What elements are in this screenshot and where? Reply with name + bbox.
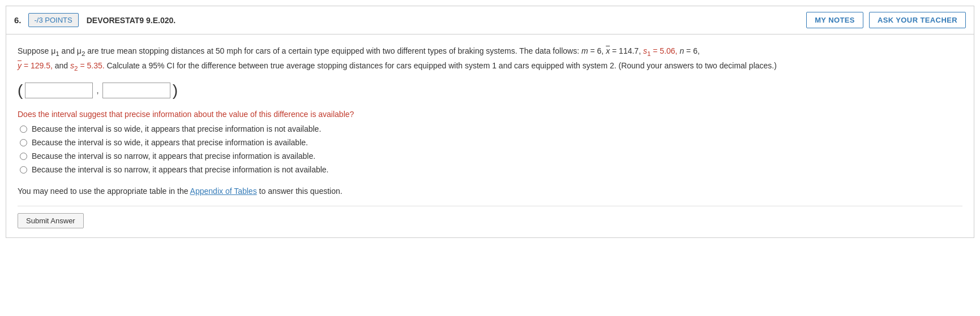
radio-options-group: Because the interval is so wide, it appe… [20,124,962,174]
question-content: Suppose μ1 and μ2 are true mean stopping… [6,34,974,237]
my-notes-button[interactable]: MY NOTES [806,12,863,28]
ci-input-row: ( , ) [18,83,962,98]
right-paren: ) [173,83,178,98]
radio-option-1[interactable]: Because the interval is so wide, it appe… [20,124,962,133]
radio-label-2: Because the interval is so wide, it appe… [32,138,308,147]
radio-label-1: Because the interval is so wide, it appe… [32,124,321,133]
appendix-text-before: You may need to use the appropriate tabl… [18,187,188,196]
divider [18,206,962,206]
question-number: 6. [14,15,22,25]
submit-button[interactable]: Submit Answer [18,213,84,228]
ci-comma: , [96,85,99,96]
ci-upper-input[interactable] [102,83,170,98]
radio-input-3[interactable] [20,153,27,160]
radio-input-4[interactable] [20,166,27,174]
appendix-link[interactable]: Appendix of Tables [190,187,257,196]
radio-option-4[interactable]: Because the interval is so narrow, it ap… [20,165,962,174]
radio-label-3: Because the interval is so narrow, it ap… [32,151,315,161]
header-actions: MY NOTES ASK YOUR TEACHER [806,12,966,28]
points-badge[interactable]: -/3 POINTS [28,13,79,27]
interval-question-label: Does the interval suggest that precise i… [18,110,962,119]
question-header: 6. -/3 POINTS DEVORESTAT9 9.E.020. MY NO… [6,6,974,34]
problem-id: DEVORESTAT9 9.E.020. [87,16,176,25]
radio-option-3[interactable]: Because the interval is so narrow, it ap… [20,151,962,161]
ask-teacher-button[interactable]: ASK YOUR TEACHER [869,12,966,28]
ci-lower-input[interactable] [25,83,93,98]
radio-input-1[interactable] [20,125,27,133]
radio-label-4: Because the interval is so narrow, it ap… [32,165,329,174]
question-container: 6. -/3 POINTS DEVORESTAT9 9.E.020. MY NO… [6,6,974,238]
radio-option-2[interactable]: Because the interval is so wide, it appe… [20,138,962,147]
appendix-text-after: to answer this question. [259,187,343,196]
problem-text: Suppose μ1 and μ2 are true mean stopping… [18,45,962,73]
appendix-note: You may need to use the appropriate tabl… [18,187,962,196]
radio-input-2[interactable] [20,139,27,146]
left-paren: ( [18,83,23,98]
